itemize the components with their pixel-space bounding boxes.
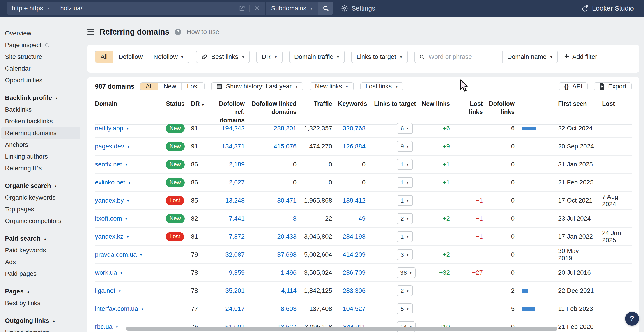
sidebar-item[interactable]: Referring IPs — [0, 162, 80, 174]
export-button[interactable]: Export — [594, 82, 632, 90]
url-input[interactable]: holz.ua/ — [55, 2, 265, 15]
sidebar-item[interactable]: Calendar — [0, 63, 80, 74]
mode-dropdown[interactable]: Subdomains ▼ — [266, 2, 318, 15]
col-header-domain[interactable]: Domain — [95, 100, 165, 108]
col-header-keywords[interactable]: Keywords — [338, 100, 372, 108]
api-button[interactable]: {} API — [559, 82, 588, 90]
looker-studio-button[interactable]: Looker Studio — [582, 0, 634, 17]
filter-nofollow-tab[interactable]: Nofollow▼ — [148, 51, 189, 63]
keywords-link[interactable]: 320,768 — [338, 125, 372, 132]
sidebar-item[interactable]: Linking authors — [0, 151, 80, 162]
links-to-target-filter-button[interactable]: Links to target ▼ — [351, 50, 408, 63]
col-header-lost-links[interactable]: Lost links — [456, 100, 489, 116]
keywords-link[interactable]: 283,306 — [338, 287, 372, 294]
dofollow-ref-domains-link[interactable]: 194,242 — [208, 125, 250, 132]
search-mode-dropdown[interactable]: Domain name ▼ — [502, 51, 558, 63]
links-to-target-select[interactable]: 1 ▼ — [397, 159, 413, 170]
search-button[interactable] — [318, 2, 333, 15]
keywords-link[interactable]: 126,884 — [338, 143, 372, 150]
domain-link[interactable]: netlify.app ▼ — [95, 125, 165, 132]
dofollow-linked-domains-link[interactable]: 37,698 — [250, 251, 302, 258]
sidebar-item[interactable]: Top pages — [0, 204, 80, 215]
dofollow-linked-domains-link[interactable]: 8,603 — [250, 305, 302, 312]
keywords-link[interactable]: 414,209 — [338, 251, 372, 258]
domain-link[interactable]: interfax.com.ua ▼ — [95, 305, 165, 312]
dofollow-linked-domains-link[interactable]: 8 — [250, 215, 302, 222]
sidebar-section-header[interactable]: Backlink profile ▲ — [0, 92, 80, 104]
sidebar-section-header[interactable]: Organic search ▲ — [0, 180, 80, 192]
chevron-down-icon[interactable]: ▼ — [125, 218, 128, 220]
dofollow-linked-domains-link[interactable]: 415,076 — [250, 143, 302, 150]
chevron-down-icon[interactable]: ▼ — [126, 236, 129, 238]
col-header-traffic[interactable]: Traffic — [302, 100, 338, 108]
filter-all-tab[interactable]: All — [96, 51, 113, 63]
links-to-target-select[interactable]: 3 ▼ — [397, 249, 413, 260]
links-to-target-select[interactable]: 2 ▼ — [397, 285, 413, 296]
links-to-target-select[interactable]: 5 ▼ — [397, 303, 413, 314]
menu-icon[interactable] — [88, 29, 94, 35]
chevron-down-icon[interactable]: ▼ — [141, 308, 144, 310]
dofollow-ref-domains-link[interactable]: 32,087 — [208, 251, 250, 258]
dr-filter-button[interactable]: DR ▼ — [256, 50, 282, 63]
dofollow-linked-domains-link[interactable]: 30,471 — [250, 197, 302, 204]
links-to-target-select[interactable]: 9 ▼ — [397, 141, 413, 152]
status-new-tab[interactable]: New — [158, 83, 181, 90]
domain-link[interactable]: work.ua ▼ — [95, 269, 165, 276]
sidebar-item[interactable]: Organic competitors — [0, 215, 80, 227]
col-header-dr[interactable]: DR ▼ — [189, 100, 208, 108]
external-link-icon[interactable] — [238, 5, 245, 12]
status-lost-tab[interactable]: Lost — [181, 83, 204, 90]
domain-link[interactable]: seoflx.net ▼ — [95, 161, 165, 168]
chevron-down-icon[interactable]: ▼ — [127, 145, 130, 148]
dofollow-ref-domains-link[interactable]: 13,248 — [208, 197, 250, 204]
protocol-dropdown[interactable]: http + https ▼ — [7, 2, 55, 15]
sidebar-item[interactable]: Ads — [0, 256, 80, 268]
sidebar-item[interactable]: Referring domains — [1, 127, 80, 139]
chevron-down-icon[interactable]: ▼ — [120, 272, 123, 274]
domain-link[interactable]: exlinko.net ▼ — [95, 179, 165, 186]
status-all-tab[interactable]: All — [140, 83, 158, 90]
dofollow-ref-domains-link[interactable]: 7,441 — [208, 215, 250, 222]
lost-links-dropdown[interactable]: Lost links ▼ — [360, 82, 404, 90]
sidebar-item[interactable]: Linked domains — [0, 326, 80, 332]
how-to-use-link[interactable]: How to use — [186, 28, 219, 36]
dofollow-linked-domains-link[interactable]: 20,433 — [250, 233, 302, 240]
chevron-down-icon[interactable]: ▼ — [116, 326, 118, 328]
col-header-new-links[interactable]: New links — [422, 100, 456, 108]
col-header-dofollow-linked[interactable]: Dofollow linked domains — [250, 100, 302, 116]
add-filter-button[interactable]: + Add filter — [564, 50, 597, 63]
dofollow-ref-domains-link[interactable]: 24,017 — [208, 305, 250, 312]
dofollow-linked-domains-link[interactable]: 0 — [250, 179, 302, 186]
links-to-target-select[interactable]: 1 ▼ — [397, 195, 413, 206]
sidebar-item[interactable]: Paid pages — [0, 268, 80, 280]
col-header-links-to-target[interactable]: Links to target — [372, 100, 422, 108]
domain-link[interactable]: yandex.by ▼ — [95, 197, 165, 204]
chevron-down-icon[interactable]: ▼ — [118, 290, 121, 292]
domain-link[interactable]: yandex.kz ▼ — [95, 233, 165, 240]
links-to-target-select[interactable]: 38 ▼ — [397, 267, 416, 278]
help-circle-icon[interactable]: ? — [175, 29, 181, 35]
keywords-link[interactable]: 236,709 — [338, 269, 372, 276]
best-links-filter-button[interactable]: Best links ▼ — [196, 50, 250, 63]
domain-traffic-filter-button[interactable]: Domain traffic ▼ — [289, 50, 345, 63]
sidebar-section-header[interactable]: Paid search ▲ — [0, 233, 80, 244]
dofollow-linked-domains-link[interactable]: 288,201 — [250, 125, 302, 132]
domain-link[interactable]: pravda.com.ua ▼ — [95, 251, 165, 258]
dofollow-linked-domains-link[interactable]: 0 — [250, 161, 302, 168]
horizontal-scrollbar[interactable] — [126, 327, 558, 331]
col-header-status[interactable]: Status — [165, 100, 189, 108]
col-header-dofollow-links[interactable]: Dofollow links — [489, 100, 546, 116]
col-header-lost[interactable]: Lost — [594, 100, 632, 108]
dofollow-ref-domains-link[interactable]: 9,359 — [208, 269, 250, 276]
sidebar-item[interactable]: Overview — [0, 28, 80, 39]
sidebar-section-header[interactable]: Pages ▲ — [0, 286, 80, 297]
sidebar-item[interactable]: Site structure — [0, 51, 80, 63]
keywords-link[interactable]: 49 — [338, 215, 372, 222]
links-to-target-select[interactable]: 6 ▼ — [397, 123, 413, 134]
chevron-down-icon[interactable]: ▼ — [127, 200, 130, 202]
settings-button[interactable]: Settings — [341, 0, 375, 17]
keywords-link[interactable]: 0 — [338, 161, 372, 168]
keywords-link[interactable]: 284,198 — [338, 233, 372, 240]
domain-link[interactable]: itxoft.com ▼ — [95, 215, 165, 222]
filter-dofollow-tab[interactable]: Dofollow — [113, 51, 148, 63]
